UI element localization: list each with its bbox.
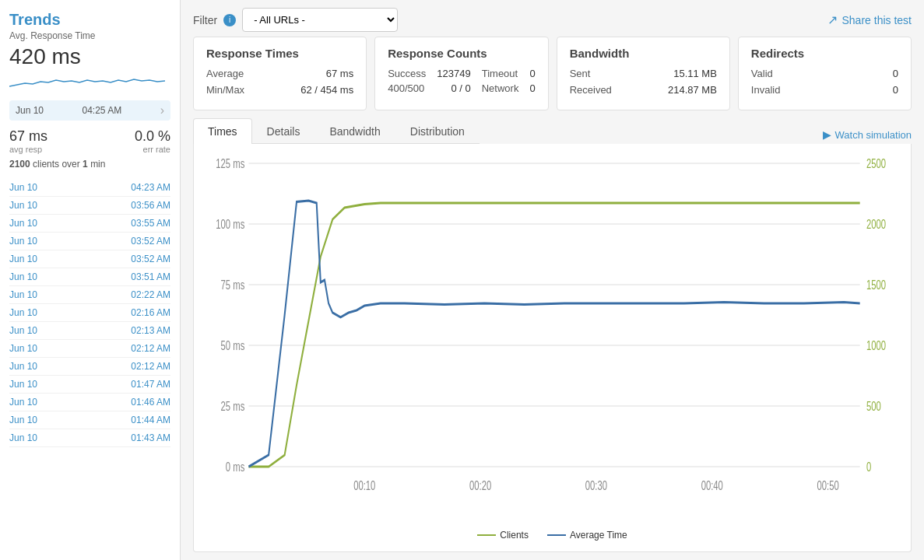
sent-value: 15.11 MB	[673, 68, 717, 79]
history-list-item[interactable]: Jun 1001:44 AM	[9, 411, 170, 429]
history-list-item[interactable]: Jun 1002:22 AM	[9, 286, 170, 304]
svg-text:125 ms: 125 ms	[216, 156, 244, 171]
history-time: 01:43 AM	[131, 432, 170, 443]
tab-times[interactable]: Times	[193, 118, 252, 144]
minmax-label: Min/Max	[206, 84, 244, 96]
tab-bandwidth[interactable]: Bandwidth	[314, 118, 395, 144]
svg-text:00:50: 00:50	[817, 478, 839, 493]
arrow-icon: ›	[160, 103, 164, 117]
history-list-item[interactable]: Jun 1003:55 AM	[9, 215, 170, 233]
share-label: Share this test	[842, 14, 912, 26]
minmax-stat-row: Min/Max 62 / 454 ms	[206, 84, 353, 96]
legend-clients-label: Clients	[500, 530, 529, 541]
chart-container: 125 ms 100 ms 75 ms 50 ms 25 ms 0 ms 250…	[205, 152, 900, 525]
history-date: Jun 10	[9, 254, 37, 264]
svg-text:100 ms: 100 ms	[216, 217, 244, 232]
svg-text:00:10: 00:10	[353, 478, 375, 493]
legend-avg-time: Average Time	[547, 530, 627, 541]
average-stat-row: Average 67 ms	[206, 68, 353, 79]
history-date: Jun 10	[9, 432, 37, 443]
share-link[interactable]: ↗ Share this test	[827, 12, 912, 27]
history-list-item[interactable]: Jun 1003:52 AM	[9, 250, 170, 268]
sent-label: Sent	[570, 68, 591, 79]
history-date: Jun 10	[9, 289, 37, 300]
history-date: Jun 10	[9, 271, 37, 282]
tab-distribution[interactable]: Distribution	[395, 118, 480, 144]
chart-area: 125 ms 100 ms 75 ms 50 ms 25 ms 0 ms 250…	[193, 144, 912, 552]
network-value: 0	[529, 82, 535, 94]
history-list-item[interactable]: Jun 1001:47 AM	[9, 376, 170, 394]
legend-avg-label: Average Time	[570, 530, 627, 541]
stats-row: Response Times Average 67 ms Min/Max 62 …	[181, 37, 924, 118]
history-time: 01:46 AM	[131, 397, 170, 408]
watch-simulation-area: ▶ Watch simulation	[823, 128, 912, 144]
history-date: Jun 10	[9, 397, 37, 408]
history-list-item[interactable]: Jun 1004:23 AM	[9, 179, 170, 197]
history-time: 03:52 AM	[131, 254, 170, 264]
history-list-item[interactable]: Jun 1002:13 AM	[9, 322, 170, 340]
current-date: Jun 10	[16, 105, 44, 116]
svg-text:00:20: 00:20	[469, 478, 491, 493]
filter-label: Filter	[193, 14, 217, 26]
response-counts-grid: Success 123749 Timeout 0 400/500 0 / 0 N…	[388, 68, 535, 94]
sidebar-subtitle: Avg. Response Time	[9, 30, 170, 41]
legend-clients: Clients	[477, 530, 529, 541]
success-label: Success	[388, 68, 426, 79]
invalid-label: Invalid	[751, 84, 781, 96]
svg-text:2500: 2500	[866, 156, 886, 171]
clients-count: 2100	[9, 159, 30, 170]
tab-details[interactable]: Details	[252, 118, 315, 144]
history-list-item[interactable]: Jun 1002:12 AM	[9, 358, 170, 376]
topbar: Filter i - All URLs - ↗ Share this test	[181, 0, 924, 37]
response-times-title: Response Times	[206, 47, 353, 60]
valid-stat-row: Valid 0	[751, 68, 898, 79]
avg-time-line-icon	[547, 534, 566, 536]
history-date: Jun 10	[9, 415, 37, 425]
avg-resp-metric: 67 ms avg resp	[9, 128, 47, 154]
history-date: Jun 10	[9, 218, 37, 229]
avg-resp-value: 67 ms	[9, 128, 47, 145]
history-list-item[interactable]: Jun 1003:51 AM	[9, 268, 170, 286]
history-time: 02:12 AM	[131, 361, 170, 372]
filter-info-icon[interactable]: i	[223, 14, 236, 26]
svg-text:50 ms: 50 ms	[221, 338, 245, 353]
history-date: Jun 10	[9, 379, 37, 390]
clients-line-icon	[477, 534, 496, 536]
history-date: Jun 10	[9, 343, 37, 354]
sidebar-avg-response: 420 ms	[9, 44, 170, 69]
redirects-card: Redirects Valid 0 Invalid 0	[738, 37, 912, 110]
invalid-value: 0	[893, 84, 898, 96]
history-time: 02:16 AM	[131, 307, 170, 318]
svg-text:0: 0	[866, 460, 871, 474]
history-date: Jun 10	[9, 182, 37, 193]
history-list-item[interactable]: Jun 1001:46 AM	[9, 394, 170, 411]
history-time: 01:47 AM	[131, 379, 170, 390]
watch-simulation-label: Watch simulation	[835, 129, 912, 141]
svg-text:2000: 2000	[866, 217, 886, 232]
history-list-item[interactable]: Jun 1003:52 AM	[9, 233, 170, 250]
clients-unit: min	[90, 159, 105, 170]
clients-over: 1	[83, 159, 88, 170]
timeout-label: Timeout	[482, 68, 519, 79]
chart-legend: Clients Average Time	[205, 530, 900, 541]
svg-text:25 ms: 25 ms	[221, 399, 245, 414]
response-counts-card: Response Counts Success 123749 Timeout 0…	[374, 37, 548, 110]
history-time: 01:44 AM	[131, 415, 170, 425]
history-list-item[interactable]: Jun 1002:16 AM	[9, 304, 170, 322]
sparkline-chart	[9, 71, 170, 93]
history-time: 03:55 AM	[131, 218, 170, 229]
main-chart: 125 ms 100 ms 75 ms 50 ms 25 ms 0 ms 250…	[205, 152, 900, 525]
history-date: Jun 10	[9, 236, 37, 247]
current-datetime[interactable]: Jun 10 04:25 AM ›	[9, 100, 170, 121]
watch-simulation-link[interactable]: ▶ Watch simulation	[823, 128, 912, 141]
history-list-item[interactable]: Jun 1001:43 AM	[9, 429, 170, 447]
average-label: Average	[206, 68, 244, 79]
sent-stat-row: Sent 15.11 MB	[570, 68, 717, 79]
history-list-item[interactable]: Jun 1002:12 AM	[9, 340, 170, 358]
svg-text:00:40: 00:40	[701, 478, 723, 493]
history-time: 02:22 AM	[131, 289, 170, 300]
filter-select[interactable]: - All URLs -	[242, 8, 398, 32]
history-time: 02:12 AM	[131, 343, 170, 354]
svg-text:75 ms: 75 ms	[221, 278, 245, 292]
history-list-item[interactable]: Jun 1003:56 AM	[9, 197, 170, 215]
